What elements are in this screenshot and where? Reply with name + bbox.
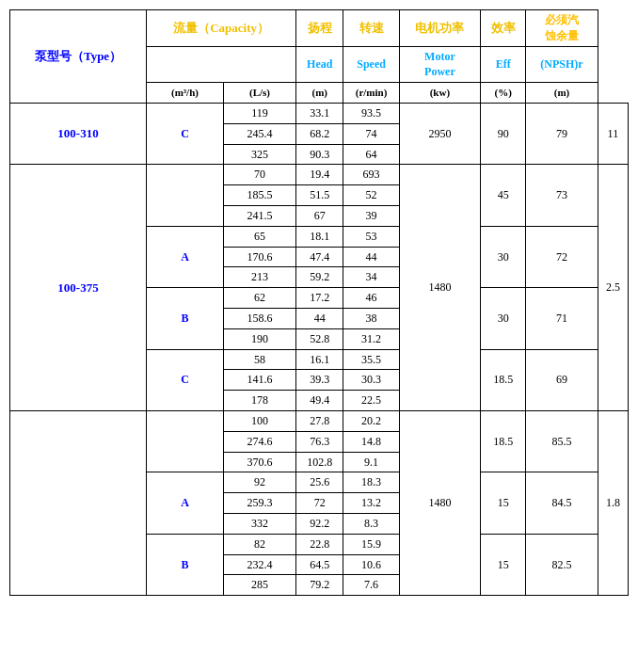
ls-cell: 18.1 xyxy=(296,226,343,247)
ls-cell: 39.3 xyxy=(296,370,343,391)
col-m3h-unit: (m³/h) xyxy=(147,83,224,104)
col-npsh-en: (NPSH)r xyxy=(526,46,598,83)
power-cell: 18.5 xyxy=(481,349,526,410)
head-cell: 18.3 xyxy=(343,472,399,493)
m3h-cell: 325 xyxy=(223,144,295,165)
ls-cell: 16.1 xyxy=(296,349,343,370)
head-cell: 15.9 xyxy=(343,534,399,554)
pump-type-cell-label: 100-310 xyxy=(57,126,98,140)
ls-cell: 64.5 xyxy=(296,554,343,575)
ls-cell: 76.3 xyxy=(296,431,343,452)
head-cell: 38 xyxy=(343,308,399,328)
sub-cell: C xyxy=(147,103,224,164)
sub-cell: B xyxy=(147,534,224,595)
col-ls-unit: (L/s) xyxy=(223,83,295,104)
head-cell: 39 xyxy=(343,205,399,226)
power-cell: 45 xyxy=(481,165,526,226)
m3h-cell: 92 xyxy=(223,472,295,493)
head-cell: 52 xyxy=(343,185,399,206)
eff-cell: 72 xyxy=(526,226,598,287)
table-body: 100-310C11933.193.52950907911245.468.274… xyxy=(10,103,629,595)
sub-cell-label: B xyxy=(181,312,188,325)
sub-cell xyxy=(147,410,224,472)
col-speed-header: 转速 xyxy=(343,10,399,47)
npsh-en: (NPSH)r xyxy=(540,57,582,71)
power-cell: 30 xyxy=(481,226,526,287)
ls-cell: 92.2 xyxy=(296,513,343,534)
capacity-zh: 流量（Capacity） xyxy=(173,21,269,35)
col-power-en: MotorPower xyxy=(399,46,480,83)
head-cell: 74 xyxy=(343,123,399,144)
sub-cell-label: A xyxy=(181,496,189,509)
npsh-cell: 2.5 xyxy=(598,165,628,411)
eff-cell: 85.5 xyxy=(526,410,598,472)
m3h-cell: 178 xyxy=(223,391,295,411)
sub-cell: A xyxy=(147,226,224,287)
m3h-cell: 65 xyxy=(223,226,295,247)
m3h-cell: 245.4 xyxy=(223,123,295,144)
m3h-cell: 232.4 xyxy=(223,554,295,575)
power-cell: 15 xyxy=(481,534,526,595)
head-cell: 693 xyxy=(343,165,399,185)
ls-cell: 17.2 xyxy=(296,288,343,309)
head-cell: 13.2 xyxy=(343,493,399,514)
head-cell: 31.2 xyxy=(343,328,399,349)
head-cell: 14.8 xyxy=(343,431,399,452)
ls-cell: 59.2 xyxy=(296,267,343,288)
speed-cell: 1480 xyxy=(399,410,480,595)
head-cell: 30.3 xyxy=(343,370,399,391)
m3h-cell: 70 xyxy=(223,165,295,185)
head-cell: 10.6 xyxy=(343,554,399,575)
npsh-zh: 必须汽蚀余量 xyxy=(545,13,579,42)
pump-type-cell-label: 100-375 xyxy=(57,280,98,295)
ls-cell: 25.6 xyxy=(296,472,343,493)
col-head-unit: (m) xyxy=(296,83,343,104)
head-en: Head xyxy=(307,57,332,71)
ls-cell: 72 xyxy=(296,493,343,514)
sub-cell: C xyxy=(147,349,224,410)
eff-zh: 效率 xyxy=(491,21,516,35)
m3h-cell: 213 xyxy=(223,267,295,288)
m3h-cell: 82 xyxy=(223,534,295,554)
eff-cell: 79 xyxy=(526,103,598,164)
ls-cell: 68.2 xyxy=(296,123,343,144)
pump-data-table: 泵型号（Type） 流量（Capacity） 扬程 转速 电机功率 效率 必须汽… xyxy=(9,9,629,596)
sub-cell-label: B xyxy=(181,558,188,571)
m3h-cell: 259.3 xyxy=(223,493,295,514)
head-cell: 93.5 xyxy=(343,103,399,123)
speed-en: Speed xyxy=(357,57,386,71)
head-cell: 22.5 xyxy=(343,391,399,411)
head-cell: 34 xyxy=(343,267,399,288)
head-cell: 9.1 xyxy=(343,452,399,472)
m3h-cell: 332 xyxy=(223,513,295,534)
col-power-unit: (kw) xyxy=(399,83,480,104)
speed-unit: (r/min) xyxy=(356,87,388,98)
ls-cell: 19.4 xyxy=(296,165,343,185)
head-cell: 64 xyxy=(343,144,399,165)
eff-unit: (%) xyxy=(494,87,511,98)
ls-cell: 52.8 xyxy=(296,328,343,349)
m3h-cell: 285 xyxy=(223,575,295,596)
table-row: 10027.820.2148018.585.51.8 xyxy=(10,410,629,431)
table-row: 100-3757019.4693148045732.5 xyxy=(10,165,629,185)
eff-cell: 71 xyxy=(526,288,598,349)
power-cell: 15 xyxy=(481,472,526,534)
sub-cell-label: C xyxy=(181,373,189,386)
power-unit: (kw) xyxy=(430,87,450,98)
head-cell: 53 xyxy=(343,226,399,247)
col-head-en: Head xyxy=(296,46,343,83)
eff-en: Eff xyxy=(496,57,511,71)
sub-cell-label: A xyxy=(181,250,189,264)
ls-cell: 102.8 xyxy=(296,452,343,472)
col-type-header: 泵型号（Type） xyxy=(10,10,147,104)
speed-cell: 2950 xyxy=(399,103,480,164)
m3h-cell: 185.5 xyxy=(223,185,295,206)
sub-cell xyxy=(147,165,224,226)
col-npsh-header: 必须汽蚀余量 xyxy=(526,10,598,47)
ls-cell: 79.2 xyxy=(296,575,343,596)
npsh-cell: 11 xyxy=(598,103,628,164)
ls-cell: 22.8 xyxy=(296,534,343,554)
col-capacity-en xyxy=(147,46,296,83)
m3h-cell: 100 xyxy=(223,410,295,431)
power-cell: 90 xyxy=(481,103,526,164)
